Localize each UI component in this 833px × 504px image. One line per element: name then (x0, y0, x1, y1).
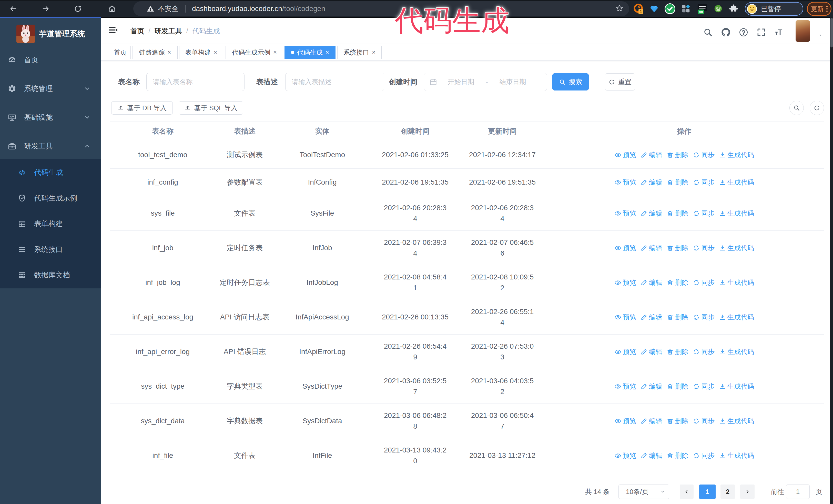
operation-link[interactable]: 同步 (693, 346, 715, 357)
operation-link[interactable]: 同步 (693, 177, 715, 188)
operation-link[interactable]: 删除 (667, 277, 688, 288)
extensions-puzzle-icon[interactable] (728, 3, 740, 15)
import-sql-button[interactable]: 基于 SQL 导入 (178, 101, 243, 115)
operation-link[interactable]: 删除 (667, 346, 688, 357)
operation-link[interactable]: 编辑 (641, 346, 662, 357)
breadcrumb-item[interactable]: 首页/ (130, 26, 154, 35)
operation-link[interactable]: 预览 (614, 177, 636, 188)
operation-link[interactable]: 预览 (614, 149, 636, 160)
operation-link[interactable]: 生成代码 (719, 242, 754, 253)
tag-close-icon[interactable]: × (167, 49, 171, 55)
sidebar-menu-item[interactable]: 系统管理 (0, 74, 101, 103)
extension-tabs-icon[interactable]: on (696, 3, 709, 15)
extension-adblock-icon[interactable]: 1 (633, 3, 645, 15)
breadcrumb-item[interactable]: 研发工具/ (154, 26, 192, 35)
tag-view-item[interactable]: 系统接口 × (337, 46, 382, 59)
sidebar-submenu-item[interactable]: 系统接口 (0, 237, 101, 262)
operation-link[interactable]: 预览 (614, 312, 636, 322)
sidebar-menu-item[interactable]: 研发工具 (0, 132, 101, 161)
operation-link[interactable]: 预览 (614, 381, 636, 392)
sidebar-menu-item[interactable]: 首页 (0, 46, 101, 74)
operation-link[interactable]: 编辑 (641, 242, 662, 253)
operation-link[interactable]: 预览 (614, 415, 636, 426)
toggle-search-button[interactable] (789, 101, 804, 115)
page-size-select[interactable]: 10条/页 (618, 484, 669, 499)
bookmark-star-icon[interactable] (615, 4, 624, 13)
import-db-button[interactable]: 基于 DB 导入 (111, 101, 173, 115)
tag-close-icon[interactable]: × (372, 49, 376, 55)
extension-monkey-icon[interactable] (712, 3, 724, 15)
tag-view-item[interactable]: 表单构建 × (179, 46, 223, 59)
operation-link[interactable]: 同步 (693, 277, 715, 288)
operation-link[interactable]: 删除 (667, 415, 688, 426)
fullscreen-button[interactable] (756, 27, 766, 38)
extension-check-icon[interactable] (664, 3, 676, 15)
not-secure-label[interactable]: 不安全 (158, 4, 178, 13)
jumper-input[interactable]: 1 (786, 484, 810, 499)
prev-page-button[interactable] (680, 484, 694, 499)
end-date-placeholder[interactable]: 结束日期 (489, 77, 537, 87)
page-number-button[interactable]: 1 (699, 484, 716, 499)
operation-link[interactable]: 预览 (614, 208, 636, 219)
start-date-placeholder[interactable]: 开始日期 (437, 77, 485, 87)
operation-link[interactable]: 预览 (614, 450, 636, 461)
extension-gem-icon[interactable] (648, 3, 660, 15)
page-scrollbar[interactable] (830, 17, 833, 504)
browser-reload-button[interactable] (71, 2, 85, 16)
operation-link[interactable]: 编辑 (641, 177, 662, 188)
tag-view-item[interactable]: 链路追踪 × (133, 46, 177, 59)
tag-view-item[interactable]: 首页 (110, 46, 131, 59)
operation-link[interactable]: 删除 (667, 381, 688, 392)
operation-link[interactable]: 生成代码 (719, 277, 754, 288)
operation-link[interactable]: 删除 (667, 208, 688, 219)
refresh-table-button[interactable] (810, 101, 824, 115)
operation-link[interactable]: 同步 (693, 312, 715, 322)
kebab-menu-icon[interactable] (826, 6, 828, 12)
sidebar-submenu-item[interactable]: 表单构建 (0, 211, 101, 237)
extension-grid-icon[interactable] (680, 3, 692, 15)
operation-link[interactable]: 生成代码 (719, 312, 754, 322)
operation-link[interactable]: 删除 (667, 149, 688, 160)
header-search-icon[interactable] (703, 27, 713, 38)
table-name-input[interactable]: 请输入表名称 (146, 73, 244, 91)
operation-link[interactable]: 同步 (693, 149, 715, 160)
browser-profile-chip[interactable]: 已暂停 (745, 2, 803, 16)
operation-link[interactable]: 生成代码 (719, 415, 754, 426)
operation-link[interactable]: 生成代码 (719, 208, 754, 219)
search-button[interactable]: 搜索 (552, 73, 589, 91)
operation-link[interactable]: 预览 (614, 346, 636, 357)
operation-link[interactable]: 编辑 (641, 381, 662, 392)
operation-link[interactable]: 编辑 (641, 277, 662, 288)
sidebar-submenu-item[interactable]: 数据库文档 (0, 262, 101, 288)
operation-link[interactable]: 预览 (614, 242, 636, 253)
page-number-button[interactable]: 2 (720, 484, 735, 499)
github-link-icon[interactable] (721, 27, 731, 38)
browser-forward-button[interactable] (39, 2, 52, 16)
sidebar-menu-item[interactable]: 基础设施 (0, 103, 101, 132)
tag-view-item[interactable]: 代码生成示例 × (225, 46, 283, 59)
breadcrumb-item[interactable]: 代码生成 (192, 26, 220, 35)
operation-link[interactable]: 预览 (614, 277, 636, 288)
operation-link[interactable]: 同步 (693, 450, 715, 461)
user-avatar[interactable] (795, 20, 810, 42)
table-desc-input[interactable]: 请输入表描述 (285, 73, 384, 91)
operation-link[interactable]: 删除 (667, 312, 688, 322)
next-page-button[interactable] (740, 484, 755, 499)
font-size-button[interactable] (773, 27, 784, 38)
operation-link[interactable]: 删除 (667, 177, 688, 188)
date-range-picker[interactable]: 开始日期 - 结束日期 (424, 73, 547, 91)
operation-link[interactable]: 编辑 (641, 208, 662, 219)
operation-link[interactable]: 同步 (693, 208, 715, 219)
operation-link[interactable]: 同步 (693, 381, 715, 392)
operation-link[interactable]: 编辑 (641, 450, 662, 461)
sidebar-submenu-item[interactable]: 代码生成 (0, 160, 101, 185)
browser-home-button[interactable] (105, 2, 119, 16)
operation-link[interactable]: 编辑 (641, 149, 662, 160)
scrollbar-thumb[interactable] (830, 18, 833, 47)
tag-close-icon[interactable]: × (326, 49, 329, 55)
help-icon[interactable] (738, 27, 749, 38)
operation-link[interactable]: 编辑 (641, 312, 662, 322)
operation-link[interactable]: 删除 (667, 242, 688, 253)
operation-link[interactable]: 同步 (693, 415, 715, 426)
operation-link[interactable]: 生成代码 (719, 450, 754, 461)
